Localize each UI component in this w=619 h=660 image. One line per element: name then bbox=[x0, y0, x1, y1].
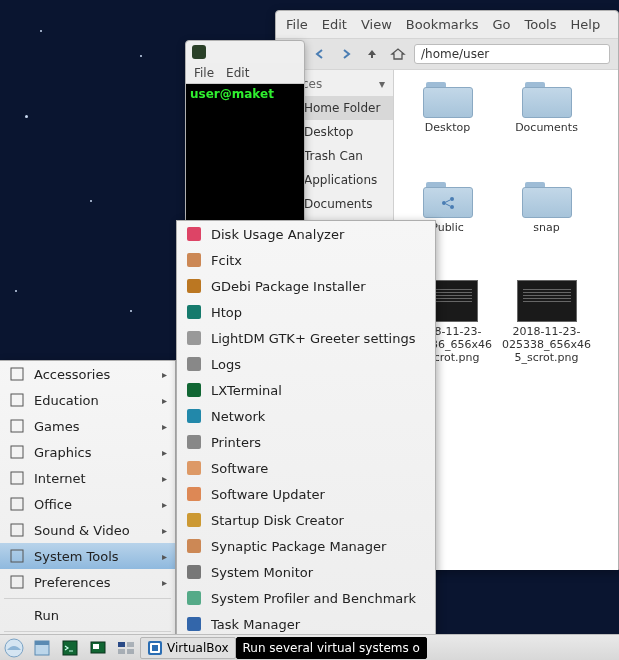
menu-item[interactable]: Graphics▸ bbox=[0, 439, 175, 465]
menu-label: System Tools bbox=[34, 549, 119, 564]
submenu-item[interactable]: LightDM GTK+ Greeter settings bbox=[177, 325, 435, 351]
up-icon[interactable] bbox=[362, 44, 382, 64]
submenu-item[interactable]: Network bbox=[177, 403, 435, 429]
home-icon[interactable] bbox=[388, 44, 408, 64]
fm-menubar[interactable]: File Edit View Bookmarks Go Tools Help bbox=[276, 11, 618, 39]
menu-item[interactable]: Office▸ bbox=[0, 491, 175, 517]
chevron-right-icon: ▸ bbox=[162, 369, 167, 380]
app-submenu-system-tools[interactable]: Disk Usage AnalyzerFcitxGDebi Package In… bbox=[176, 220, 436, 660]
chevron-right-icon: ▸ bbox=[162, 499, 167, 510]
submenu-item[interactable]: Logs bbox=[177, 351, 435, 377]
submenu-label: Fcitx bbox=[211, 253, 242, 268]
chevron-down-icon: ▾ bbox=[379, 77, 385, 91]
app-icon bbox=[185, 511, 203, 529]
menu-item[interactable]: Preferences▸ bbox=[0, 569, 175, 595]
terminal-body[interactable]: user@maket bbox=[186, 84, 304, 234]
thumbnail-icon bbox=[517, 280, 577, 322]
chevron-right-icon: ▸ bbox=[162, 447, 167, 458]
submenu-item[interactable]: Software Updater bbox=[177, 481, 435, 507]
folder-icon bbox=[423, 180, 473, 218]
taskbar[interactable]: VirtualBox Run several virtual systems o bbox=[0, 634, 619, 660]
fm-toolbar bbox=[276, 39, 618, 70]
menu-item[interactable]: Accessories▸ bbox=[0, 361, 175, 387]
fm-menu-tools[interactable]: Tools bbox=[524, 17, 556, 32]
menu-label: Preferences bbox=[34, 575, 110, 590]
sidebar-item-label: Trash Can bbox=[304, 149, 363, 163]
menu-item[interactable]: Education▸ bbox=[0, 387, 175, 413]
taskbar-workspace-icon[interactable] bbox=[113, 637, 139, 659]
submenu-label: Logs bbox=[211, 357, 241, 372]
forward-icon[interactable] bbox=[336, 44, 356, 64]
folder-item[interactable]: Desktop bbox=[400, 80, 495, 180]
submenu-item[interactable]: Printers bbox=[177, 429, 435, 455]
taskbar-fm-icon[interactable] bbox=[29, 637, 55, 659]
submenu-item[interactable]: Disk Usage Analyzer bbox=[177, 221, 435, 247]
svg-rect-50 bbox=[152, 645, 158, 651]
app-icon bbox=[185, 589, 203, 607]
category-icon bbox=[8, 547, 26, 565]
svg-point-7 bbox=[450, 197, 454, 201]
submenu-item[interactable]: GDebi Package Installer bbox=[177, 273, 435, 299]
submenu-item[interactable]: Htop bbox=[177, 299, 435, 325]
submenu-item[interactable]: Synaptic Package Manager bbox=[177, 533, 435, 559]
submenu-label: Software Updater bbox=[211, 487, 325, 502]
terminal-window[interactable]: File Edit user@maket bbox=[185, 40, 305, 240]
terminal-menu-file[interactable]: File bbox=[194, 66, 214, 80]
taskbar-tooltip: Run several virtual systems o bbox=[236, 637, 427, 659]
app-icon bbox=[185, 277, 203, 295]
fm-menu-edit[interactable]: Edit bbox=[322, 17, 347, 32]
category-icon bbox=[8, 365, 26, 383]
category-icon bbox=[8, 469, 26, 487]
terminal-menubar[interactable]: File Edit bbox=[186, 63, 304, 84]
taskbar-app-virtualbox[interactable]: VirtualBox bbox=[140, 637, 236, 659]
menu-separator bbox=[4, 598, 171, 599]
menu-item-run[interactable]: Run bbox=[0, 602, 175, 628]
fm-menu-go[interactable]: Go bbox=[492, 17, 510, 32]
menu-separator bbox=[4, 631, 171, 632]
submenu-item[interactable]: Fcitx bbox=[177, 247, 435, 273]
submenu-label: Synaptic Package Manager bbox=[211, 539, 386, 554]
svg-rect-20 bbox=[187, 253, 201, 267]
svg-rect-22 bbox=[187, 305, 201, 319]
file-item[interactable]: 2018-11-23-025338_656x465_scrot.png bbox=[499, 280, 594, 380]
menu-item[interactable]: Internet▸ bbox=[0, 465, 175, 491]
back-icon[interactable] bbox=[310, 44, 330, 64]
path-input[interactable] bbox=[414, 44, 610, 64]
submenu-label: Task Manager bbox=[211, 617, 300, 632]
folder-item[interactable]: Documents bbox=[499, 80, 594, 180]
fm-menu-file[interactable]: File bbox=[286, 17, 308, 32]
submenu-label: LXTerminal bbox=[211, 383, 282, 398]
svg-rect-32 bbox=[187, 565, 201, 579]
svg-rect-23 bbox=[187, 331, 201, 345]
sidebar-item-label: Home Folder bbox=[304, 101, 380, 115]
menu-item[interactable]: Games▸ bbox=[0, 413, 175, 439]
virtualbox-icon bbox=[147, 640, 163, 656]
submenu-label: Htop bbox=[211, 305, 242, 320]
terminal-menu-edit[interactable]: Edit bbox=[226, 66, 249, 80]
fm-menu-view[interactable]: View bbox=[361, 17, 392, 32]
menu-label: Run bbox=[34, 608, 59, 623]
taskbar-show-desktop-icon[interactable] bbox=[85, 637, 111, 659]
menu-item[interactable]: System Tools▸ bbox=[0, 543, 175, 569]
taskbar-terminal-icon[interactable] bbox=[57, 637, 83, 659]
folder-icon bbox=[522, 180, 572, 218]
folder-item[interactable]: snap bbox=[499, 180, 594, 280]
svg-rect-12 bbox=[11, 446, 23, 458]
svg-rect-27 bbox=[187, 435, 201, 449]
app-icon bbox=[185, 329, 203, 347]
fm-menu-help[interactable]: Help bbox=[571, 17, 601, 32]
svg-rect-29 bbox=[187, 487, 201, 501]
terminal-titlebar[interactable] bbox=[186, 41, 304, 63]
file-label: snap bbox=[531, 221, 561, 234]
menu-item[interactable]: Sound & Video▸ bbox=[0, 517, 175, 543]
submenu-item[interactable]: LXTerminal bbox=[177, 377, 435, 403]
svg-rect-40 bbox=[35, 641, 49, 645]
app-menu[interactable]: Accessories▸Education▸Games▸Graphics▸Int… bbox=[0, 360, 176, 660]
submenu-item[interactable]: Software bbox=[177, 455, 435, 481]
submenu-item[interactable]: Startup Disk Creator bbox=[177, 507, 435, 533]
start-button[interactable] bbox=[1, 637, 27, 659]
fm-menu-bookmarks[interactable]: Bookmarks bbox=[406, 17, 479, 32]
submenu-item[interactable]: System Monitor bbox=[177, 559, 435, 585]
app-icon bbox=[185, 537, 203, 555]
submenu-item[interactable]: System Profiler and Benchmark bbox=[177, 585, 435, 611]
